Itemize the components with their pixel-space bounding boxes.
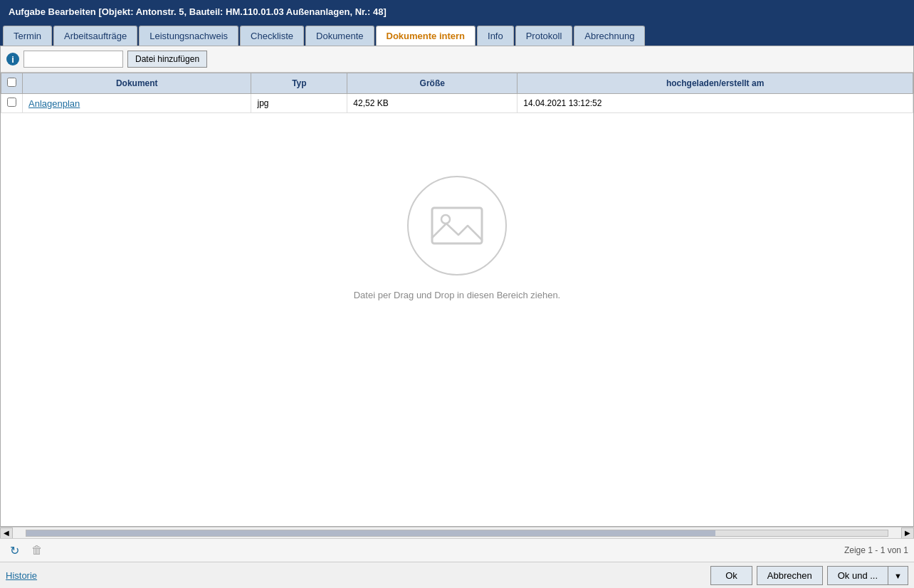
col-hochgeladen: hochgeladen/erstellt am [518, 73, 913, 94]
tab-abrechnung[interactable]: Abrechnung [574, 26, 645, 46]
delete-icon[interactable]: 🗑 [28, 542, 46, 559]
tab-leistungsnachweis[interactable]: Leistungsnachweis [139, 26, 238, 46]
info-icon: i [6, 53, 19, 65]
ok-und-group: Ok und ... ▼ [827, 566, 908, 585]
scrollbar-area: ◀ ▶ [0, 527, 914, 538]
tab-dokumente-intern[interactable]: Dokumente intern [376, 26, 476, 46]
drop-zone[interactable]: Datei per Drag und Drop in diesen Bereic… [1, 113, 913, 362]
table-container: Dokument Typ Größe hochgeladen/erstellt … [1, 73, 913, 526]
document-link[interactable]: Anlagenplan [28, 98, 80, 109]
row-groesse-cell: 42,52 KB [347, 94, 518, 113]
history-link[interactable]: Historie [6, 570, 37, 581]
title-bar: Aufgabe Bearbeiten [Objekt: Antonstr. 5,… [0, 0, 914, 23]
footer-buttons: Ok Abbrechen Ok und ... ▼ [710, 566, 908, 585]
col-groesse: Größe [347, 73, 518, 94]
tab-bar: Termin Arbeitsaufträge Leistungsnachweis… [0, 23, 914, 46]
row-dokument-cell: Anlagenplan [23, 94, 251, 113]
image-placeholder-icon [429, 201, 485, 251]
add-file-button[interactable]: Datei hinzufügen [127, 51, 207, 68]
ok-und-button[interactable]: Ok und ... [827, 566, 888, 585]
row-checkbox-cell [1, 94, 23, 113]
search-input[interactable] [23, 51, 123, 68]
col-dokument: Dokument [23, 73, 251, 94]
toolbar: i Datei hinzufügen [1, 46, 913, 73]
col-typ: Typ [251, 73, 347, 94]
drop-zone-text: Datei per Drag und Drop in diesen Bereic… [354, 290, 561, 300]
col-checkbox [1, 73, 23, 94]
tab-protokoll[interactable]: Protokoll [515, 26, 573, 46]
row-hochgeladen-cell: 14.04.2021 13:12:52 [518, 94, 913, 113]
refresh-icon[interactable]: ↻ [6, 542, 23, 559]
row-typ-cell: jpg [251, 94, 347, 113]
tab-arbeitsauftraege[interactable]: Arbeitsaufträge [53, 26, 137, 46]
main-content: i Datei hinzufügen Dokument Typ Größe ho… [0, 46, 914, 527]
title-text: Aufgabe Bearbeiten [Objekt: Antonstr. 5,… [9, 6, 387, 17]
table-row: Anlagenplan jpg 42,52 KB 14.04.2021 13:1… [1, 94, 913, 113]
tab-checkliste[interactable]: Checkliste [240, 26, 304, 46]
scrollbar-thumb [26, 530, 715, 536]
ok-button[interactable]: Ok [710, 566, 752, 585]
documents-table: Dokument Typ Größe hochgeladen/erstellt … [1, 73, 913, 113]
table-header-row: Dokument Typ Größe hochgeladen/erstellt … [1, 73, 913, 94]
scroll-right-button[interactable]: ▶ [901, 527, 914, 539]
scroll-left-button[interactable]: ◀ [0, 527, 13, 539]
select-all-checkbox[interactable] [7, 78, 16, 87]
row-checkbox[interactable] [7, 98, 16, 107]
tab-termin[interactable]: Termin [3, 26, 52, 46]
svg-point-1 [441, 215, 450, 224]
tab-info[interactable]: Info [477, 26, 514, 46]
action-bar: ↻ 🗑 Zeige 1 - 1 von 1 [0, 538, 914, 562]
ok-und-dropdown-button[interactable]: ▼ [888, 566, 908, 585]
tab-dokumente[interactable]: Dokumente [305, 26, 374, 46]
scrollbar-track[interactable] [26, 530, 888, 537]
svg-rect-0 [432, 208, 482, 243]
footer: Historie Ok Abbrechen Ok und ... ▼ [0, 562, 914, 588]
pagination-info: Zeige 1 - 1 von 1 [844, 545, 908, 555]
cancel-button[interactable]: Abbrechen [757, 566, 823, 585]
drop-zone-icon [407, 176, 507, 275]
